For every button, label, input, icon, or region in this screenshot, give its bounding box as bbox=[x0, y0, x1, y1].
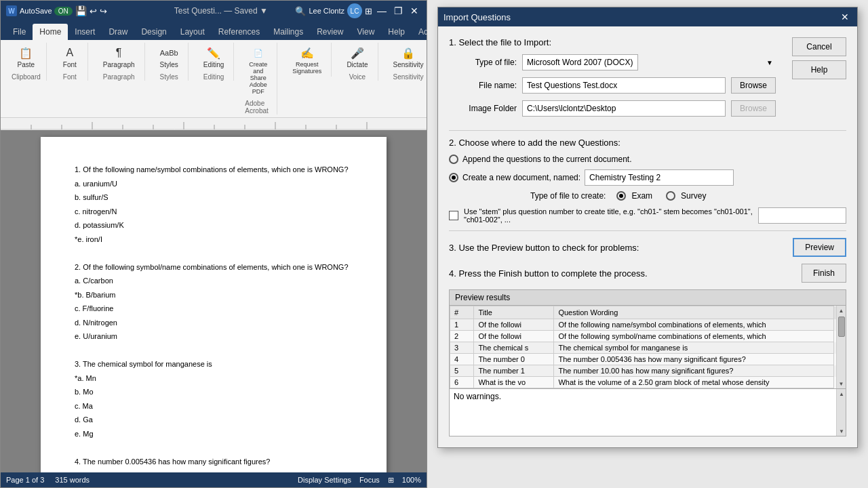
signatures-group: ✍️ RequestSignatures bbox=[283, 43, 332, 77]
col-header-title: Title bbox=[474, 306, 554, 319]
dialog-overlay: Import Questions ✕ 1. Select the file to… bbox=[427, 0, 868, 488]
paragraph-button[interactable]: ¶ Paragraph bbox=[99, 43, 139, 70]
restore-button[interactable]: ❐ bbox=[391, 4, 405, 18]
image-folder-input[interactable] bbox=[522, 100, 726, 117]
search-icon[interactable]: 🔍 bbox=[295, 6, 306, 16]
tab-view[interactable]: View bbox=[351, 24, 382, 40]
ribbon-display-icon[interactable]: ⊞ bbox=[365, 6, 372, 16]
signatures-button[interactable]: ✍️ RequestSignatures bbox=[288, 43, 326, 77]
save-icon[interactable]: 💾 bbox=[75, 5, 87, 16]
dialog-close-button[interactable]: ✕ bbox=[838, 10, 852, 24]
tab-review[interactable]: Review bbox=[310, 24, 350, 40]
dialog-actions: Cancel Help bbox=[784, 37, 846, 123]
doc-line-4: c. nitrogen/N bbox=[75, 206, 353, 218]
title-bar: W AutoSave ON 💾 ↩ ↪ Test Questi... — Sav… bbox=[1, 1, 427, 21]
file-type-label: Type of file: bbox=[449, 58, 517, 67]
file-name-input[interactable] bbox=[522, 77, 726, 94]
dictate-button[interactable]: 🎤 Dictate bbox=[342, 43, 372, 70]
styles-button[interactable]: AaBb Styles bbox=[156, 43, 182, 70]
warn-scroll-up[interactable]: ▲ bbox=[837, 389, 846, 399]
type-row: Type of file to create: Exam Survey bbox=[530, 191, 846, 201]
avatar: LC bbox=[347, 3, 362, 18]
tab-mailings[interactable]: Mailings bbox=[267, 24, 310, 40]
focus-label[interactable]: Focus bbox=[359, 476, 380, 484]
create-new-radio[interactable] bbox=[449, 173, 458, 182]
tab-draw[interactable]: Draw bbox=[102, 24, 134, 40]
table-row[interactable]: 6 What is the vo What is the volume of a… bbox=[450, 377, 846, 388]
table-row[interactable]: 2 Of the followi Of the following symbol… bbox=[450, 331, 846, 342]
minimize-button[interactable]: — bbox=[375, 4, 389, 18]
sensitivity-label: Sensitivity bbox=[393, 72, 424, 81]
cell-title: The number 1 bbox=[474, 365, 554, 377]
paste-button[interactable]: 📋 Paste bbox=[14, 43, 39, 70]
finish-button[interactable]: Finish bbox=[802, 264, 846, 283]
warnings-scrollbar[interactable]: ▲ ▼ bbox=[836, 389, 846, 436]
create-new-radio-row: Create a new document, named: bbox=[449, 169, 846, 186]
word-close-button[interactable]: ✕ bbox=[408, 4, 421, 18]
help-button[interactable]: Help bbox=[792, 60, 846, 79]
browse-button-2[interactable]: Browse bbox=[731, 100, 776, 117]
tab-insert[interactable]: Insert bbox=[68, 24, 102, 40]
autosave-toggle[interactable]: ON bbox=[54, 7, 73, 16]
preview-button[interactable]: Preview bbox=[793, 238, 846, 257]
zoom-level[interactable]: 100% bbox=[402, 476, 421, 484]
cell-num: 5 bbox=[450, 365, 474, 377]
view-icons[interactable]: ⊞ bbox=[388, 476, 394, 485]
doc-line-16: c. Ma bbox=[75, 401, 353, 412]
doc-name-input[interactable] bbox=[585, 169, 734, 186]
file-type-select[interactable]: Microsoft Word 2007 (DOCX) bbox=[522, 54, 638, 70]
doc-line-2: a. uranium/U bbox=[75, 178, 353, 190]
dictate-icon: 🎤 bbox=[349, 45, 366, 61]
document-page[interactable]: 1. Of the following name/symbol combinat… bbox=[41, 137, 387, 472]
display-settings[interactable]: Display Settings bbox=[298, 476, 351, 484]
doc-line-13: 3. The chemical symbol for manganese is bbox=[75, 359, 353, 370]
col-header-wording: Question Wording bbox=[554, 306, 834, 319]
ribbon-content: 📋 Paste Clipboard A Font Font ¶ Paragrap… bbox=[1, 40, 427, 117]
adobe-icon: 📄 bbox=[250, 45, 267, 61]
scroll-up-arrow[interactable]: ▲ bbox=[837, 306, 846, 315]
adobe-label: Adobe Acrobat bbox=[245, 98, 271, 115]
append-radio[interactable] bbox=[449, 155, 458, 164]
browse-button-1[interactable]: Browse bbox=[731, 77, 776, 94]
tab-design[interactable]: Design bbox=[134, 24, 173, 40]
table-row[interactable]: 1 Of the followi Of the following name/s… bbox=[450, 319, 846, 331]
font-button[interactable]: A Font bbox=[58, 43, 82, 70]
editing-label: Editing bbox=[203, 72, 224, 81]
autosave-label: AutoSave bbox=[20, 7, 52, 15]
create-new-label: Create a new document, named: bbox=[462, 173, 580, 182]
exam-radio[interactable] bbox=[616, 191, 626, 201]
preview-section: Preview results # Title Question Wording bbox=[449, 289, 846, 389]
tab-file[interactable]: File bbox=[6, 24, 33, 40]
stem-checkbox[interactable] bbox=[449, 211, 458, 220]
table-row[interactable]: 5 The number 1 The number 10.00 has how … bbox=[450, 365, 846, 377]
preview-table: # Title Question Wording 1 Of the follow… bbox=[450, 306, 846, 388]
page-info: Page 1 of 3 bbox=[6, 476, 44, 484]
tab-home[interactable]: Home bbox=[33, 24, 68, 40]
redo-icon[interactable]: ↪ bbox=[100, 6, 107, 16]
font-group: A Font Font bbox=[52, 43, 88, 81]
cell-wording: Of the following symbol/name combination… bbox=[554, 331, 834, 342]
scroll-thumb[interactable] bbox=[838, 317, 845, 337]
append-label: Append the questions to the current docu… bbox=[462, 155, 632, 164]
tab-references[interactable]: References bbox=[212, 24, 267, 40]
doc-line-18: e. Mg bbox=[75, 428, 353, 440]
cancel-button[interactable]: Cancel bbox=[792, 37, 846, 56]
tab-help[interactable]: Help bbox=[381, 24, 412, 40]
table-row[interactable]: 3 The chemical s The chemical symbol for… bbox=[450, 342, 846, 354]
survey-radio[interactable] bbox=[666, 191, 675, 201]
stem-row: Use "stem" plus question number to creat… bbox=[449, 207, 846, 224]
create-adobe-button[interactable]: 📄 Create and ShareAdobe PDF bbox=[245, 43, 271, 97]
dictate-group: 🎤 Dictate Voice bbox=[337, 43, 378, 81]
tab-layout[interactable]: Layout bbox=[174, 24, 212, 40]
sensitivity-group: 🔒 Sensitivity Sensitivity bbox=[384, 43, 434, 81]
editing-button[interactable]: ✏️ Editing bbox=[199, 43, 229, 70]
undo-icon[interactable]: ↩ bbox=[90, 6, 97, 16]
stem-input[interactable] bbox=[758, 207, 846, 224]
table-scrollbar[interactable]: ▲ ▼ bbox=[836, 306, 846, 388]
scroll-down-arrow[interactable]: ▼ bbox=[837, 379, 846, 388]
type-label: Type of file to create: bbox=[530, 191, 606, 201]
section2-label: 2. Choose where to add the new Questions… bbox=[449, 138, 846, 148]
table-row[interactable]: 4 The number 0 The number 0.005436 has h… bbox=[450, 354, 846, 365]
warn-scroll-down[interactable]: ▼ bbox=[837, 426, 846, 436]
sensitivity-button[interactable]: 🔒 Sensitivity bbox=[389, 43, 428, 70]
